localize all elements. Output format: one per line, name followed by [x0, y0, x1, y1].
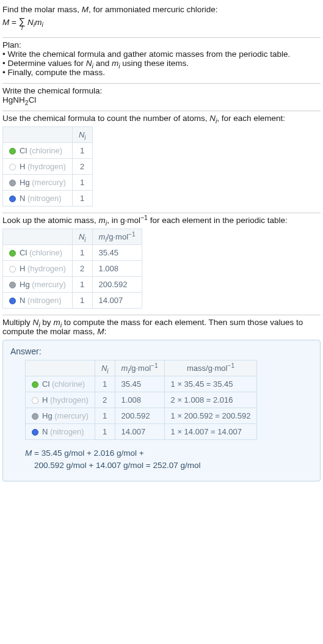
element-dot-icon — [9, 164, 16, 170]
header-blank — [3, 229, 73, 245]
element-dot-icon — [32, 381, 38, 388]
element-dot-icon — [32, 413, 38, 420]
header-mi: mi/g·mol−1 — [92, 229, 142, 245]
table-row: N (nitrogen)114.0071 × 14.007 = 14.007 — [26, 424, 257, 440]
table-row: Cl (chlorine)135.451 × 35.45 = 35.45 — [26, 376, 257, 392]
table-row: Cl (chlorine)1 — [3, 143, 93, 159]
plan-bullet-1: • Write the chemical formula and gather … — [2, 49, 321, 59]
element-dot-icon — [9, 298, 16, 304]
plan-bullet-3: • Finally, compute the mass. — [2, 68, 321, 77]
plan-bullet-2: • Determine values for Ni and mi using t… — [2, 59, 321, 68]
header-mi: mi/g·mol−1 — [115, 360, 164, 376]
header-Ni: Ni — [72, 229, 92, 245]
element-dot-icon — [9, 266, 16, 273]
header-blank — [26, 360, 95, 376]
chem-formula: HgNH2Cl — [2, 95, 321, 104]
formula-M: M — [2, 18, 9, 27]
element-dot-icon — [9, 282, 16, 288]
answer-title: Answer: — [10, 346, 313, 356]
header-Ni: Ni — [95, 360, 115, 376]
sigma-icon: ∑i — [19, 16, 26, 31]
table-row: H (hydrogen)21.0082 × 1.008 = 2.016 — [26, 392, 257, 408]
chem-title: Write the chemical formula: — [2, 86, 321, 95]
plan-title: Plan: — [2, 40, 321, 49]
formula-eq: = — [9, 18, 18, 27]
formula-N: N — [27, 18, 34, 27]
count-table: Ni Cl (chlorine)1 H (hydrogen)2 Hg (merc… — [2, 126, 93, 207]
intro-suffix: , for ammoniated mercuric chloride: — [89, 5, 218, 14]
element-dot-icon — [9, 196, 16, 202]
table-row: H (hydrogen)21.008 — [3, 261, 142, 277]
intro-M: M — [82, 5, 89, 14]
chem-formula-section: Write the chemical formula: HgNH2Cl — [2, 84, 321, 111]
element-dot-icon — [32, 429, 38, 436]
intro-formula: M = ∑i Nimi — [2, 14, 321, 31]
element-dot-icon — [9, 250, 16, 257]
table-row: H (hydrogen)2 — [3, 159, 93, 175]
table-row: Cl (chlorine)135.45 — [3, 245, 142, 261]
table-header-row: Ni mi/g·mol−1 — [3, 229, 142, 245]
multiply-section: Multiply Ni by mi to compute the mass fo… — [2, 315, 321, 488]
table-header-row: Ni mi/g·mol−1 mass/g·mol−1 — [26, 360, 257, 376]
formula-m: m — [35, 18, 42, 27]
lookup-section: Look up the atomic mass, mi, in g·mol−1 … — [2, 213, 321, 315]
table-row: Hg (mercury)1200.5921 × 200.592 = 200.59… — [26, 408, 257, 424]
table-header-row: Ni — [3, 127, 93, 143]
element-dot-icon — [9, 148, 16, 155]
lookup-title: Look up the atomic mass, mi, in g·mol−1 … — [2, 216, 321, 225]
formula-mi-sub: i — [42, 21, 43, 28]
count-title: Use the chemical formula to count the nu… — [2, 114, 321, 123]
table-row: N (nitrogen)1 — [3, 191, 93, 207]
final-equation: M = 35.45 g/mol + 2.016 g/mol + 200.592 … — [25, 447, 313, 472]
element-dot-icon — [32, 397, 38, 404]
intro-line: Find the molar mass, M, for ammoniated m… — [2, 5, 321, 14]
header-Ni: Ni — [72, 127, 92, 143]
table-row: N (nitrogen)114.007 — [3, 293, 142, 309]
plan-section: Plan: • Write the chemical formula and g… — [2, 38, 321, 83]
intro-section: Find the molar mass, M, for ammoniated m… — [2, 2, 321, 37]
lookup-table: Ni mi/g·mol−1 Cl (chlorine)135.45 H (hyd… — [2, 229, 142, 309]
table-row: Hg (mercury)1 — [3, 175, 93, 191]
count-section: Use the chemical formula to count the nu… — [2, 111, 321, 213]
intro-text: Find the molar mass, — [2, 5, 82, 14]
header-mass: mass/g·mol−1 — [164, 360, 257, 376]
table-row: Hg (mercury)1200.592 — [3, 277, 142, 293]
header-blank — [3, 127, 73, 143]
multiply-text: Multiply Ni by mi to compute the mass fo… — [2, 318, 321, 336]
answer-table: Ni mi/g·mol−1 mass/g·mol−1 Cl (chlorine)… — [25, 360, 257, 440]
element-dot-icon — [9, 180, 16, 186]
answer-box: Answer: Ni mi/g·mol−1 mass/g·mol−1 Cl (c… — [2, 340, 321, 481]
